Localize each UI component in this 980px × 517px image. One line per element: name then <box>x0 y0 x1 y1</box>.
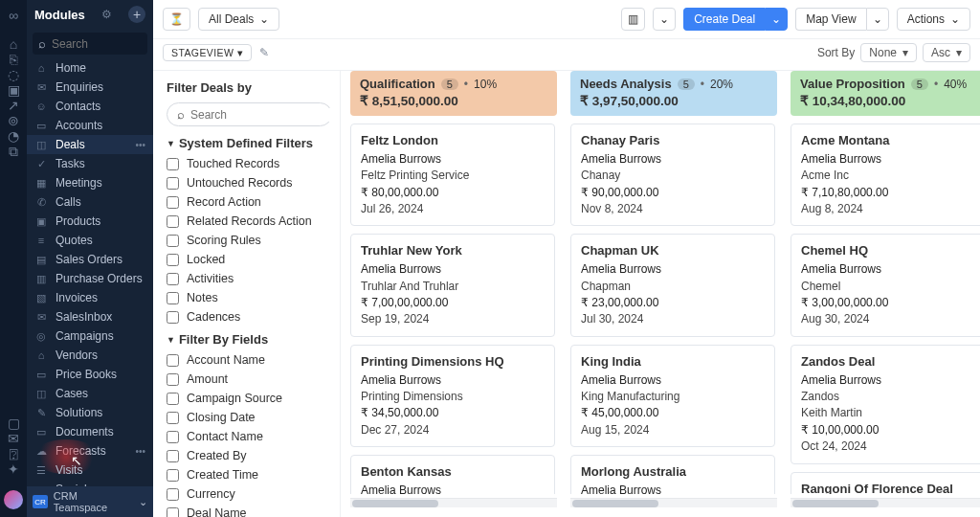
sort-field-selector[interactable]: None ▾ <box>860 43 917 62</box>
sidebar-item-enquiries[interactable]: ✉Enquiries <box>27 78 153 97</box>
deal-card[interactable]: Morlong AustraliaAmelia BurrowsMorlong A… <box>570 455 775 494</box>
filter-checkbox[interactable] <box>167 177 179 190</box>
filter-checkbox[interactable] <box>167 450 179 462</box>
filter-checkbox[interactable] <box>167 215 179 228</box>
view-selector[interactable]: All Deals ⌄ <box>198 8 279 31</box>
filter-item[interactable]: Created Time <box>167 465 332 484</box>
rail-icon[interactable]: ⍰ <box>6 446 21 461</box>
stage-header[interactable]: Needs Analysis5•20%₹ 3,97,50,000.00 <box>570 71 777 116</box>
filter-checkbox[interactable] <box>167 273 179 285</box>
sidebar-item-solutions[interactable]: ✎Solutions <box>27 403 153 422</box>
deal-card[interactable]: Benton KansasAmelia BurrowsBenton₹ 12,00… <box>350 455 555 494</box>
stage-header[interactable]: Value Proposition5•40%₹ 10,34,80,000.00 <box>791 71 980 116</box>
rail-icon[interactable]: ⊚ <box>6 113 21 128</box>
create-deal-button[interactable]: Create Deal <box>683 8 765 31</box>
rail-icon[interactable]: ⌂ <box>6 36 21 52</box>
sidebar-item-social[interactable]: ☺Social <box>27 480 153 486</box>
filter-checkbox[interactable] <box>167 488 179 501</box>
filter-item[interactable]: Amount <box>167 370 332 389</box>
rail-icon[interactable]: ◔ <box>6 128 21 144</box>
filter-checkbox[interactable] <box>167 235 179 247</box>
sidebar-item-contacts[interactable]: ☺Contacts <box>27 97 153 116</box>
filter-item[interactable]: Contact Name <box>167 427 332 446</box>
filter-group-fields[interactable]: ▼Filter By Fields <box>167 332 332 347</box>
sidebar-item-accounts[interactable]: ▭Accounts <box>27 116 153 135</box>
rail-icon[interactable]: ↗ <box>6 98 21 113</box>
teamspace-switcher[interactable]: CR CRM Teamspace ⌄ <box>27 486 153 517</box>
edit-columns-button[interactable]: ✎ <box>259 46 269 59</box>
sidebar-item-price-books[interactable]: ▭Price Books <box>27 365 153 384</box>
deal-card[interactable]: Chemel HQAmelia BurrowsChemel₹ 3,00,00,0… <box>791 234 980 336</box>
rail-icon[interactable]: ✉ <box>6 431 21 446</box>
filter-checkbox[interactable] <box>167 469 179 482</box>
rail-icon[interactable]: ⧉ <box>6 144 21 159</box>
rail-icon[interactable]: ▢ <box>6 416 21 431</box>
deal-card[interactable]: Feltz LondonAmelia BurrowsFeltz Printing… <box>350 124 555 226</box>
filter-item[interactable]: Activities <box>167 269 332 288</box>
sidebar-search[interactable]: ⌕ <box>33 33 147 55</box>
filter-checkbox[interactable] <box>167 507 179 518</box>
filter-item[interactable]: Related Records Action <box>167 212 332 231</box>
filter-checkbox[interactable] <box>167 158 179 170</box>
sidebar-item-salesinbox[interactable]: ✉SalesInbox <box>27 307 153 326</box>
rail-icon[interactable]: ⎘ <box>6 52 21 67</box>
filter-item[interactable]: Notes <box>167 288 332 307</box>
filter-item[interactable]: Closing Date <box>167 408 332 427</box>
filter-item[interactable]: Created By <box>167 446 332 465</box>
sidebar-item-tasks[interactable]: ✓Tasks <box>27 154 153 173</box>
actions-menu[interactable]: Actions ⌄ <box>897 8 970 31</box>
add-module-button[interactable]: + <box>128 6 145 23</box>
avatar[interactable] <box>4 490 23 509</box>
sidebar-item-campaigns[interactable]: ◎Campaigns <box>27 326 153 346</box>
sidebar-item-visits[interactable]: ☰Visits <box>27 461 153 480</box>
filter-item[interactable]: Account Name <box>167 350 332 370</box>
filter-checkbox[interactable] <box>167 412 179 424</box>
deal-card[interactable]: Chanay ParisAmelia BurrowsChanay₹ 90,00,… <box>570 124 775 226</box>
deal-card[interactable]: Rangoni Of Florence DealHeather WoodsRan… <box>791 472 980 494</box>
deal-card[interactable]: King IndiaAmelia BurrowsKing Manufacturi… <box>570 345 775 447</box>
sidebar-item-documents[interactable]: ▭Documents <box>27 422 153 441</box>
filter-checkbox[interactable] <box>167 311 179 324</box>
filter-search-input[interactable] <box>190 108 334 122</box>
sidebar-item-home[interactable]: ⌂Home <box>27 58 153 78</box>
layout-menu[interactable]: ⌄ <box>653 8 676 31</box>
rail-icon[interactable]: ▣ <box>6 82 21 98</box>
filter-checkbox[interactable] <box>167 254 179 266</box>
filter-item[interactable]: Scoring Rules <box>167 231 332 250</box>
filter-item[interactable]: Currency <box>167 484 332 504</box>
sidebar-item-vendors[interactable]: ⌂Vendors <box>27 346 153 365</box>
sidebar-item-deals[interactable]: ◫Deals••• <box>27 135 153 154</box>
create-deal-menu[interactable]: ⌄ <box>765 8 788 31</box>
filter-item[interactable]: Record Action <box>167 192 332 212</box>
sort-dir-selector[interactable]: Asc ▾ <box>923 43 970 62</box>
map-view-menu[interactable]: ⌄ <box>866 8 889 31</box>
h-scrollbar[interactable] <box>570 498 777 507</box>
deal-card[interactable]: Truhlar New YorkAmelia BurrowsTruhlar An… <box>350 234 555 336</box>
filter-checkbox[interactable] <box>167 292 179 304</box>
sidebar-item-sales-orders[interactable]: ▤Sales Orders <box>27 250 153 269</box>
filter-checkbox[interactable] <box>167 373 179 386</box>
filter-item[interactable]: Untouched Records <box>167 173 332 192</box>
sidebar-item-calls[interactable]: ✆Calls <box>27 192 153 212</box>
deal-card[interactable]: Acme MontanaAmelia BurrowsAcme Inc₹ 7,10… <box>791 124 980 226</box>
filter-item[interactable]: Locked <box>167 250 332 269</box>
filter-item[interactable]: Touched Records <box>167 154 332 173</box>
sidebar-item-forecasts[interactable]: ☁Forecasts↖••• <box>27 441 153 461</box>
filter-checkbox[interactable] <box>167 393 179 405</box>
stageview-selector[interactable]: STAGEVIEW ▾ <box>163 44 252 61</box>
rail-icon[interactable]: ✦ <box>6 461 21 477</box>
more-icon[interactable]: ••• <box>135 446 145 457</box>
map-view-button[interactable]: Map View <box>795 8 865 31</box>
sidebar-item-meetings[interactable]: ▦Meetings <box>27 173 153 192</box>
sidebar-item-products[interactable]: ▣Products <box>27 212 153 231</box>
sidebar-item-quotes[interactable]: ≡Quotes <box>27 231 153 250</box>
sidebar-item-cases[interactable]: ◫Cases <box>27 384 153 403</box>
filter-checkbox[interactable] <box>167 354 179 367</box>
h-scrollbar[interactable] <box>350 498 557 507</box>
filter-checkbox[interactable] <box>167 431 179 443</box>
filter-item[interactable]: Campaign Source <box>167 389 332 408</box>
gear-icon[interactable]: ⚙ <box>101 8 112 21</box>
deal-card[interactable]: Printing Dimensions HQAmelia BurrowsPrin… <box>350 345 555 447</box>
deal-card[interactable]: Zandos DealAmelia BurrowsZandosKeith Mar… <box>791 345 980 464</box>
logo-icon[interactable]: ∞ <box>6 8 21 23</box>
